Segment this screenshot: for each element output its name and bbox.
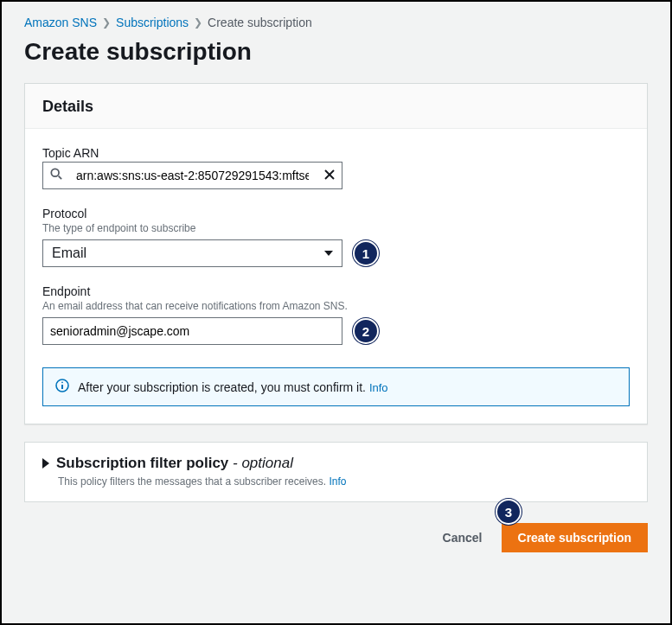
chevron-right-icon: ❯ <box>194 16 202 29</box>
svg-line-1 <box>59 176 62 180</box>
create-subscription-button[interactable]: Create subscription <box>502 523 648 552</box>
annotation-badge-3: 3 <box>496 499 522 525</box>
field-protocol: Protocol The type of endpoint to subscri… <box>42 207 630 267</box>
protocol-desc: The type of endpoint to subscribe <box>42 222 630 234</box>
annotation-badge-1: 1 <box>353 240 379 266</box>
info-text: After your subscription is created, you … <box>78 380 388 394</box>
svg-point-0 <box>51 169 59 176</box>
filter-policy-desc: This policy filters the messages that a … <box>58 475 630 488</box>
topic-arn-input[interactable] <box>69 163 316 188</box>
info-icon <box>55 379 69 395</box>
page-title: Create subscription <box>24 38 648 66</box>
endpoint-input-wrap[interactable] <box>42 317 342 345</box>
footer-actions: 3 Cancel Create subscription <box>24 523 648 552</box>
endpoint-desc: An email address that can receive notifi… <box>42 300 630 312</box>
protocol-value: Email <box>52 246 86 261</box>
details-heading: Details <box>42 98 630 116</box>
details-header: Details <box>25 84 647 129</box>
protocol-select[interactable]: Email <box>42 239 342 267</box>
annotation-badge-2: 2 <box>353 318 379 344</box>
protocol-label: Protocol <box>42 207 630 220</box>
topic-arn-label: Topic ARN <box>42 146 630 160</box>
clear-icon[interactable] <box>324 168 335 183</box>
svg-marker-4 <box>324 251 333 256</box>
filter-policy-info-link[interactable]: Info <box>329 475 346 488</box>
breadcrumb-amazon-sns[interactable]: Amazon SNS <box>24 16 97 29</box>
breadcrumb: Amazon SNS ❯ Subscriptions ❯ Create subs… <box>24 16 648 29</box>
filter-policy-title: Subscription filter policy - optional <box>56 455 293 472</box>
caret-right-icon <box>42 458 49 469</box>
topic-arn-input-wrap[interactable] <box>42 162 342 189</box>
breadcrumb-subscriptions[interactable]: Subscriptions <box>116 16 189 29</box>
search-icon <box>50 168 62 183</box>
chevron-right-icon: ❯ <box>102 16 111 29</box>
info-link[interactable]: Info <box>369 381 388 394</box>
page-container: Amazon SNS ❯ Subscriptions ❯ Create subs… <box>0 0 672 625</box>
cancel-button[interactable]: Cancel <box>434 524 491 552</box>
filter-policy-toggle[interactable]: Subscription filter policy - optional <box>42 455 630 472</box>
field-topic-arn: Topic ARN <box>42 146 630 189</box>
endpoint-input[interactable] <box>43 318 342 344</box>
details-panel: Details Topic ARN Protocol The type of e… <box>24 83 648 424</box>
chevron-down-icon <box>324 251 333 256</box>
field-endpoint: Endpoint An email address that can recei… <box>42 284 630 345</box>
details-body: Topic ARN Protocol The type of endpoint … <box>25 129 647 367</box>
endpoint-label: Endpoint <box>42 284 630 298</box>
breadcrumb-current: Create subscription <box>208 16 312 29</box>
filter-policy-panel: Subscription filter policy - optional Th… <box>24 442 648 502</box>
svg-point-7 <box>61 381 63 383</box>
info-box: After your subscription is created, you … <box>42 367 630 406</box>
